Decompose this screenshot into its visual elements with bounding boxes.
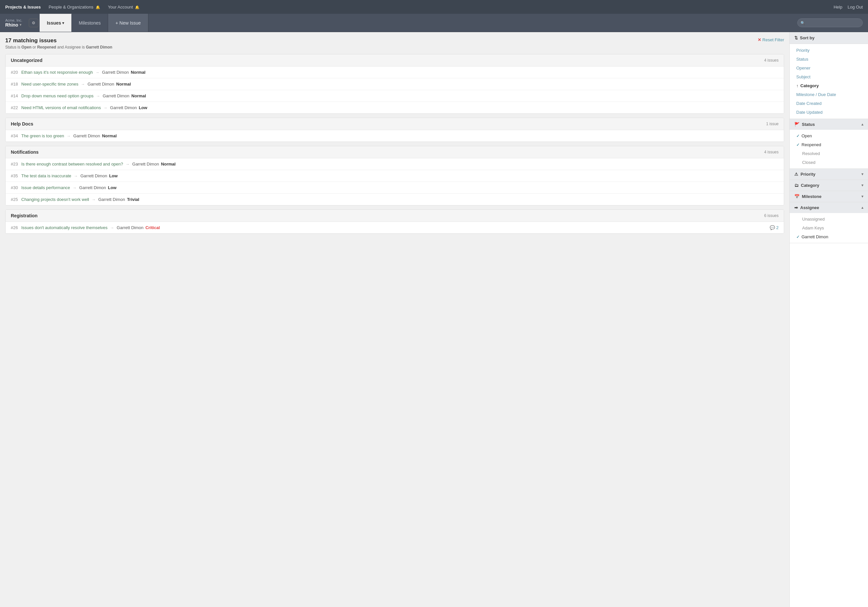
issue-assignee: Garrett Dimon [98,197,125,202]
issue-arrow: → [73,186,77,190]
project-info: Acme, Inc. Rhino ▾ [5,19,22,28]
collapse-arrow-icon: ▾ [862,183,863,188]
group-count: 1 issue [766,122,778,126]
filter-item[interactable]: Adam Keys [790,224,868,232]
issue-row: #18 Need user-specific time zones → Garr… [6,78,784,90]
issue-assignee: Garrett Dimon [80,173,107,178]
issue-priority: Trivial [127,197,140,202]
issue-row: #14 Drop down menus need option groups →… [6,90,784,102]
issues-panel: 17 matching issues Status is Open or Reo… [0,32,789,607]
sort-item[interactable]: Date Created [790,99,868,108]
issue-arrow: → [110,225,114,230]
filter-item[interactable]: Open [790,132,868,140]
project-name[interactable]: Rhino ▾ [5,22,22,28]
filter-section-icon: 📅 [794,194,800,199]
issue-assignee: Garrett Dimon [110,105,137,110]
issue-title[interactable]: The green is too green [21,134,64,138]
company-name: Acme, Inc. [5,19,22,22]
sort-item[interactable]: Milestone / Due Date [790,90,868,99]
filter-header[interactable]: 🚩 Status ▴ [790,119,868,130]
filter-item[interactable]: Closed [790,158,868,167]
issue-assignee: Garrett Dimon [87,82,114,87]
filter-header[interactable]: ⚠ Priority ▾ [790,169,868,180]
issue-number: #20 [11,70,21,75]
issue-title[interactable]: The test data is inaccurate [21,173,71,178]
issue-row: #23 Is there enough contrast between res… [6,158,784,170]
issue-title[interactable]: Issue details performance [21,185,70,190]
issues-count: 17 matching issues [5,37,112,44]
sort-items: PriorityStatusOpenerSubjectCategoryMiles… [790,44,868,119]
issue-group: Help Docs 1 issue #34 The green is too g… [5,118,784,142]
filter-section: ➡ Assignee ▴ UnassignedAdam KeysGarrett … [790,202,868,243]
issue-arrow: → [96,94,100,98]
issue-assignee: Garrett Dimon [116,225,143,230]
issues-list: Uncategorized 4 issues #20 Ethan says it… [5,54,784,234]
filter-item[interactable]: Garrett Dimon [790,232,868,241]
filter-section-name: Priority [801,172,815,177]
filter-section-icon: 🚩 [794,122,800,127]
project-dropdown-arrow: ▾ [20,23,21,26]
settings-button[interactable]: ⚙ [29,19,38,27]
filter-item[interactable]: Reopened [790,140,868,149]
collapse-arrow-icon: ▴ [862,205,863,210]
filter-item[interactable]: Unassigned [790,215,868,224]
issue-row: #26 Issues don't automatically resolve t… [6,222,784,233]
sort-item[interactable]: Status [790,55,868,64]
nav-help[interactable]: Help [834,5,842,9]
nav-your-account[interactable]: Your Account 🔔 [108,5,140,9]
nav-logout[interactable]: Log Out [848,5,863,9]
filter-section-name: Status [802,122,815,127]
sort-item[interactable]: Priority [790,46,868,55]
sub-nav-tabs: Issues ▾ Milestones + New Issue [40,14,148,32]
issue-title[interactable]: Need user-specific time zones [21,82,78,87]
collapse-arrow-icon: ▾ [862,194,863,199]
sort-item[interactable]: Date Updated [790,108,868,117]
filter-item[interactable]: Resolved [790,149,868,158]
issue-title[interactable]: Drop down menus need option groups [21,93,93,98]
reset-filter-button[interactable]: ✕ Reset Filter [758,37,784,42]
filter-items: UnassignedAdam KeysGarrett Dimon [790,213,868,243]
group-count: 4 issues [764,150,778,154]
issue-priority: Low [139,105,147,110]
filter-header[interactable]: 📅 Milestone ▾ [790,191,868,202]
sort-item[interactable]: Subject [790,73,868,81]
group-name: Registration [11,213,38,218]
group-name: Notifications [11,149,39,155]
issue-arrow: → [81,82,85,87]
issue-title[interactable]: Is there enough contrast between resolve… [21,161,123,166]
tab-milestones[interactable]: Milestones [72,14,108,32]
top-nav: Projects & Issues People & Organizations… [0,0,868,14]
tab-new-issue[interactable]: + New Issue [108,14,148,32]
issue-number: #30 [11,185,21,190]
issue-comments[interactable]: 💬 2 [770,225,778,230]
issue-row: #35 The test data is inaccurate → Garret… [6,170,784,182]
search-input[interactable] [797,19,863,27]
issue-priority: Normal [131,93,146,98]
issue-title[interactable]: Issues don't automatically resolve thems… [21,225,107,230]
group-name: Uncategorized [11,58,42,63]
issue-arrow: → [104,106,107,110]
issue-assignee: Garrett Dimon [102,93,129,98]
collapse-arrow-icon: ▴ [862,122,863,127]
issue-group: Uncategorized 4 issues #20 Ethan says it… [5,54,784,114]
filter-header[interactable]: ➡ Assignee ▴ [790,202,868,213]
sort-item[interactable]: Opener [790,64,868,73]
issue-title[interactable]: Need HTML versions of email notification… [21,105,101,110]
issue-title[interactable]: Ethan says it's not responsive enough [21,70,93,75]
tab-issues[interactable]: Issues ▾ [40,14,72,32]
issue-row: #34 The green is too green → Garrett Dim… [6,130,784,141]
nav-projects-issues[interactable]: Projects & Issues [5,5,40,9]
issue-row: #25 Changing projects doesn't work well … [6,194,784,205]
filter-header[interactable]: 🗂 Category ▾ [790,180,868,191]
issue-priority: Normal [161,161,175,166]
issue-title[interactable]: Changing projects doesn't work well [21,197,89,202]
issue-priority: Low [109,173,118,178]
issue-arrow: → [67,134,71,138]
filter-section-name: Assignee [800,205,819,210]
sort-item[interactable]: Category [790,81,868,90]
issue-number: #23 [11,161,21,166]
people-bell-icon: 🔔 [96,5,100,9]
nav-people-orgs[interactable]: People & Organizations 🔔 [48,5,100,9]
account-bell-icon: 🔔 [135,5,140,9]
issue-priority: Normal [131,70,146,75]
